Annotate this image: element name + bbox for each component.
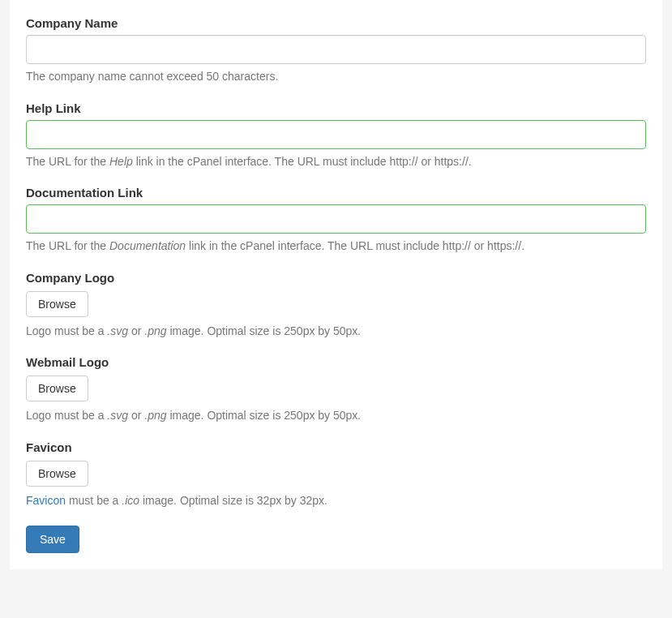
company-logo-browse-button[interactable]: Browse bbox=[26, 291, 88, 317]
webmail-logo-label: Webmail Logo bbox=[26, 355, 646, 369]
documentation-link-group: Documentation Link The URL for the Docum… bbox=[26, 186, 646, 255]
favicon-browse-button[interactable]: Browse bbox=[26, 461, 88, 487]
company-logo-label: Company Logo bbox=[26, 271, 646, 285]
company-name-group: Company Name The company name cannot exc… bbox=[26, 16, 646, 85]
documentation-link-label: Documentation Link bbox=[26, 186, 646, 200]
favicon-group: Favicon Browse Favicon must be a .ico im… bbox=[26, 440, 646, 509]
documentation-link-input[interactable] bbox=[26, 204, 646, 234]
help-link-input[interactable] bbox=[26, 120, 646, 149]
favicon-help: Favicon must be a .ico image. Optimal si… bbox=[26, 493, 646, 509]
company-name-label: Company Name bbox=[26, 16, 646, 30]
company-name-help: The company name cannot exceed 50 charac… bbox=[26, 69, 646, 85]
help-link-help: The URL for the Help link in the cPanel … bbox=[26, 154, 646, 170]
company-logo-group: Company Logo Browse Logo must be a .svg … bbox=[26, 271, 646, 340]
favicon-label: Favicon bbox=[26, 440, 646, 454]
webmail-logo-help: Logo must be a .svg or .png image. Optim… bbox=[26, 408, 646, 424]
company-name-input[interactable] bbox=[26, 35, 646, 64]
save-button[interactable]: Save bbox=[26, 526, 79, 553]
documentation-link-help: The URL for the Documentation link in th… bbox=[26, 238, 646, 255]
help-link-group: Help Link The URL for the Help link in t… bbox=[26, 101, 646, 170]
help-link-label: Help Link bbox=[26, 101, 646, 115]
favicon-help-link[interactable]: Favicon bbox=[26, 494, 66, 507]
company-logo-help: Logo must be a .svg or .png image. Optim… bbox=[26, 324, 646, 340]
customization-form: Company Name The company name cannot exc… bbox=[10, 0, 662, 569]
webmail-logo-group: Webmail Logo Browse Logo must be a .svg … bbox=[26, 355, 646, 424]
webmail-logo-browse-button[interactable]: Browse bbox=[26, 376, 88, 401]
